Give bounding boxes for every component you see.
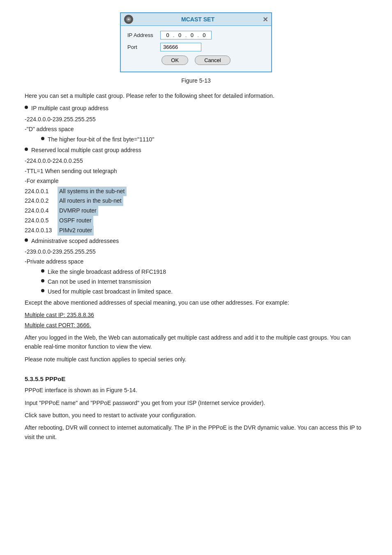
address-table: 224.0.0.1 All systems in the sub-net 224… [25, 187, 367, 236]
dialog-app-icon [124, 15, 133, 24]
port-label: Port [127, 44, 160, 50]
footer-paragraph-2: After you logged in the Web, the Web can… [25, 333, 367, 352]
ip-dot-1: . [173, 32, 175, 38]
pppoe-line1: PPPoE interface is shown as in Figure 5-… [25, 386, 367, 395]
desc-4: OSPF router [58, 216, 93, 226]
intro-paragraph: Here you can set a multiple cast group. … [25, 91, 367, 100]
ip-address-field[interactable]: . . . [160, 31, 212, 39]
content-area: Here you can set a multiple cast group. … [25, 91, 367, 442]
section1-sub-text: The higher four-bit of the first byte="1… [48, 135, 154, 144]
section2-bullet-text: Reserved local multiple cast group addre… [31, 146, 141, 155]
section3-list: Administrative scoped addressees [25, 236, 367, 245]
bullet-dot-sub3 [41, 279, 44, 282]
desc-1: All systems in the sub-net [58, 187, 127, 197]
section3-bullet: Administrative scoped addressees [25, 236, 367, 245]
dialog-container: MCAST SET ✕ IP Address . . . Port [25, 12, 367, 72]
table-row-1: 224.0.0.1 All systems in the sub-net [25, 187, 367, 197]
section3-sub-text-2: Can not be used in Internet transmission [48, 277, 151, 286]
pppoe-line3: Click save button, you need to restart t… [25, 411, 367, 420]
section3-sub-list: Like the single broadcast address of RFC… [25, 267, 367, 296]
dialog-buttons: OK Cancel [127, 56, 265, 67]
bullet-dot-1 [25, 106, 28, 109]
bullet-dot-sub2 [41, 269, 44, 273]
pppoe-section-header: 5.3.5.5 PPPoE [25, 375, 367, 382]
bullet-dot-3 [25, 238, 28, 242]
section3-range: -239.0.0.0-239.255.255.255 [25, 247, 367, 256]
dialog-body: IP Address . . . Port OK Cancel [121, 26, 271, 72]
section3-bullet-text: Administrative scoped addressees [31, 236, 119, 245]
footer-paragraph-3: Please note multiple cast function appli… [25, 355, 367, 364]
desc-2: All routers in the sub-net [58, 196, 123, 206]
table-row-4: 224.0.0.5 OSPF router [25, 216, 367, 226]
table-row-2: 224.0.0.2 All routers in the sub-net [25, 196, 367, 206]
figure-caption: Figure 5-13 [25, 77, 367, 84]
addr-2: 224.0.0.2 [25, 196, 58, 206]
mcast-dialog: MCAST SET ✕ IP Address . . . Port [120, 12, 272, 72]
section3-sub-bullet-1: Like the single broadcast address of RFC… [41, 267, 367, 276]
section3-space: -Private address space [25, 257, 367, 266]
section1-list: IP multiple cast group address [25, 104, 367, 113]
port-input[interactable] [160, 43, 201, 51]
bullet-dot-2 [25, 148, 28, 151]
bullet-dot-sub4 [41, 289, 44, 292]
ip-octet-1[interactable] [163, 32, 172, 38]
close-button[interactable]: ✕ [263, 16, 268, 23]
footer-line1: Multiple cast IP: 235.8.8.36 [25, 310, 367, 319]
addr-1: 224.0.0.1 [25, 187, 58, 197]
section2-example: -For example [25, 176, 367, 185]
section2-bullet: Reserved local multiple cast group addre… [25, 146, 367, 155]
section2-range1: -224.0.0.0-224.0.0.255 [25, 156, 367, 165]
section1-bullet-text: IP multiple cast group address [31, 104, 108, 113]
desc-5: PIMv2 router [58, 226, 94, 236]
section1-sub-list: The higher four-bit of the first byte="1… [25, 135, 367, 144]
footer-line2: Multiple cast PORT: 3666. [25, 321, 367, 330]
desc-3: DVMRP router [58, 206, 98, 216]
section3-sub-text-1: Like the single broadcast address of RFC… [48, 267, 166, 276]
ip-octet-2[interactable] [175, 32, 184, 38]
addr-4: 224.0.0.5 [25, 216, 58, 226]
bullet-dot-sub1 [41, 137, 44, 140]
footer-paragraph-1: Except the above mentioned addresses of … [25, 298, 367, 307]
ip-octet-3[interactable] [187, 32, 196, 38]
dialog-titlebar: MCAST SET ✕ [121, 13, 271, 26]
pppoe-line2: Input "PPPoE name" and "PPPoE password" … [25, 398, 367, 407]
section1-bullet: IP multiple cast group address [25, 104, 367, 113]
ip-octet-4[interactable] [200, 32, 209, 38]
addr-3: 224.0.0.4 [25, 206, 58, 216]
section3-sub-bullet-3: Used for multiple cast broadcast in limi… [41, 287, 367, 296]
ok-button[interactable]: OK [161, 56, 188, 65]
section2-ttl: -TTL=1 When sending out telegraph [25, 166, 367, 176]
table-row-3: 224.0.0.4 DVMRP router [25, 206, 367, 216]
table-row-5: 224.0.0.13 PIMv2 router [25, 226, 367, 236]
addr-5: 224.0.0.13 [25, 226, 58, 236]
section1-range: -224.0.0.0-239.255.255.255 [25, 115, 367, 124]
port-row: Port [127, 43, 265, 51]
ip-dot-2: . [185, 32, 187, 38]
section1-space: -"D" address space [25, 125, 367, 134]
dialog-title: MCAST SET [133, 16, 263, 23]
ip-address-row: IP Address . . . [127, 31, 265, 39]
section3-sub-bullet-2: Can not be used in Internet transmission [41, 277, 367, 286]
ip-dot-3: . [197, 32, 199, 38]
section3-sub-text-3: Used for multiple cast broadcast in limi… [48, 287, 173, 296]
ip-label: IP Address [127, 32, 160, 38]
section2-list: Reserved local multiple cast group addre… [25, 146, 367, 155]
cancel-button[interactable]: Cancel [195, 56, 230, 65]
pppoe-line4: After rebooting, DVR will connect to int… [25, 423, 367, 442]
section1-sub-bullet: The higher four-bit of the first byte="1… [41, 135, 367, 144]
